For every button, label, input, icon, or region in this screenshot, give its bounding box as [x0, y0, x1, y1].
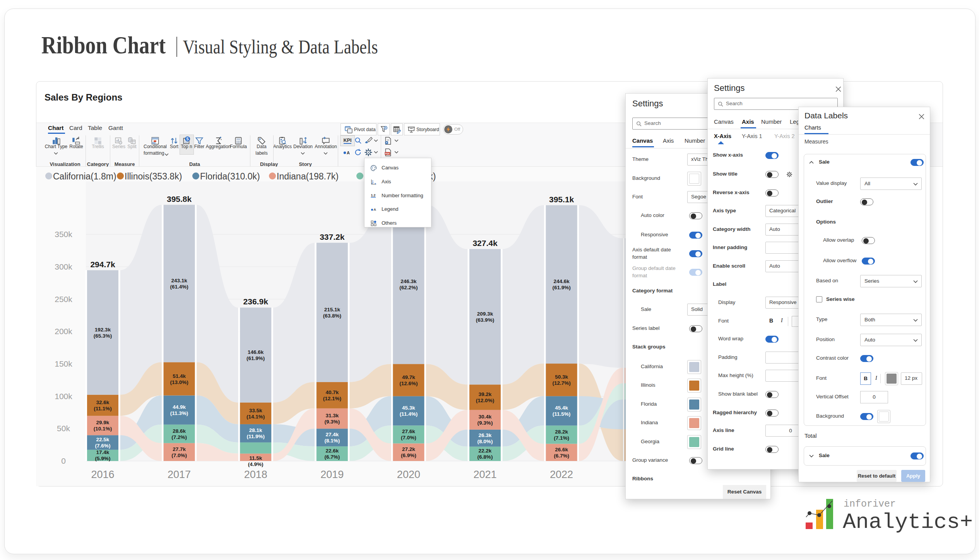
svg-text:337.2k: 337.2k: [320, 232, 345, 241]
svg-text:327.4k: 327.4k: [472, 239, 498, 248]
svg-text:A: A: [347, 150, 350, 155]
svg-text:192.3k: 192.3k: [95, 327, 111, 333]
svg-text:(13.0%): (13.0%): [170, 379, 188, 385]
svg-text:(14.1%): (14.1%): [246, 414, 265, 420]
svg-text:A: A: [374, 208, 377, 212]
svg-text:PDF: PDF: [385, 152, 390, 155]
svg-text:5: 5: [187, 137, 189, 141]
svg-text:(9.3%): (9.3%): [478, 420, 493, 426]
svg-text:(4.9%): (4.9%): [248, 461, 264, 467]
svg-text:50k: 50k: [57, 424, 70, 433]
svg-text:inforiver: inforiver: [844, 499, 896, 510]
svg-text:(6.7%): (6.7%): [324, 454, 340, 460]
svg-text:(5.9%): (5.9%): [95, 456, 111, 461]
svg-text:(8.0%): (8.0%): [478, 439, 493, 444]
svg-text:(12.1%): (12.1%): [323, 396, 341, 401]
svg-text:(7.0%): (7.0%): [401, 435, 416, 440]
svg-text:(6.9%): (6.9%): [401, 452, 416, 458]
svg-text:(11.5%): (11.5%): [553, 411, 571, 417]
svg-text:27.4k: 27.4k: [325, 432, 339, 437]
svg-text:(11.9%): (11.9%): [246, 434, 265, 439]
svg-text:395.8k: 395.8k: [167, 195, 192, 203]
svg-text:250k: 250k: [55, 295, 72, 304]
svg-text:2017: 2017: [168, 469, 191, 480]
svg-text:294.7k: 294.7k: [90, 260, 115, 269]
svg-text:243.1k: 243.1k: [171, 278, 187, 283]
svg-text:28.6k: 28.6k: [173, 428, 186, 434]
svg-text:395.1k: 395.1k: [549, 195, 574, 204]
svg-text:(10.1%): (10.1%): [94, 426, 112, 432]
svg-text:26.3k: 26.3k: [479, 432, 492, 438]
svg-text:2022: 2022: [550, 469, 573, 480]
svg-text:49.7k: 49.7k: [402, 374, 415, 380]
svg-text:0: 0: [61, 456, 66, 465]
svg-text:(12.6%): (12.6%): [399, 381, 418, 386]
svg-text:(11.1%): (11.1%): [94, 406, 112, 411]
svg-text:(62.2%): (62.2%): [399, 285, 418, 290]
svg-text:11.5k: 11.5k: [249, 455, 262, 461]
svg-text:(65.3%): (65.3%): [94, 333, 112, 339]
svg-text:215.1k: 215.1k: [324, 307, 341, 312]
svg-text:(6.7%): (6.7%): [554, 453, 569, 459]
svg-text:(61.9%): (61.9%): [552, 285, 570, 290]
svg-text:(12.0%): (12.0%): [476, 398, 494, 403]
svg-text:(12.7%): (12.7%): [552, 380, 570, 386]
svg-text:27.7k: 27.7k: [173, 446, 186, 452]
svg-text:32.6k: 32.6k: [96, 400, 110, 405]
svg-text:246.3k: 246.3k: [400, 278, 417, 284]
svg-text:33.5k: 33.5k: [249, 408, 262, 413]
svg-text:40.7k: 40.7k: [325, 389, 339, 395]
svg-text:146.6k: 146.6k: [248, 349, 264, 355]
svg-text:31.3k: 31.3k: [325, 413, 339, 418]
svg-text:1.2: 1.2: [371, 193, 375, 197]
svg-text:(7.1%): (7.1%): [554, 435, 569, 441]
svg-text:(63.9%): (63.9%): [476, 317, 494, 323]
svg-text:Analytics+: Analytics+: [843, 510, 973, 534]
svg-text:350k: 350k: [55, 230, 72, 239]
svg-text:(11.3%): (11.3%): [170, 410, 188, 416]
svg-text:22.6k: 22.6k: [325, 448, 339, 454]
svg-text:(6.8%): (6.8%): [478, 454, 493, 460]
svg-text:2021: 2021: [473, 469, 496, 480]
svg-text:(8.1%): (8.1%): [324, 438, 340, 444]
svg-text:(61.9%): (61.9%): [246, 355, 265, 361]
svg-text:244.6k: 244.6k: [553, 278, 570, 284]
svg-text:39.2k: 39.2k: [479, 391, 492, 397]
svg-text:(63.8%): (63.8%): [323, 313, 341, 319]
svg-text:44.9k: 44.9k: [173, 404, 186, 410]
svg-text:50.3k: 50.3k: [555, 374, 568, 380]
svg-text:(7.2%): (7.2%): [171, 434, 187, 440]
svg-text:(7.0%): (7.0%): [171, 452, 187, 458]
svg-text:45.3k: 45.3k: [402, 405, 415, 411]
svg-text:(9.3%): (9.3%): [324, 419, 340, 425]
svg-text:x: x: [372, 179, 374, 182]
svg-text:200k: 200k: [55, 327, 72, 336]
svg-text:22.5k: 22.5k: [96, 437, 110, 442]
svg-text:2019: 2019: [320, 469, 344, 480]
svg-text:45.4k: 45.4k: [555, 405, 568, 411]
svg-text:30.4k: 30.4k: [479, 414, 492, 420]
svg-text:236.9k: 236.9k: [243, 297, 269, 306]
svg-text:17.4k: 17.4k: [96, 449, 110, 455]
svg-text:27.2k: 27.2k: [402, 446, 415, 452]
svg-text:(11.4%): (11.4%): [400, 411, 418, 417]
svg-text:51.4k: 51.4k: [173, 373, 186, 379]
svg-text:100k: 100k: [55, 392, 72, 401]
svg-text:209.3k: 209.3k: [477, 311, 493, 317]
svg-text:29.9k: 29.9k: [96, 420, 110, 425]
svg-text:300k: 300k: [55, 262, 72, 271]
svg-text:28.2k: 28.2k: [555, 429, 568, 435]
svg-text:(61.4%): (61.4%): [170, 284, 188, 290]
svg-text:150k: 150k: [55, 359, 72, 368]
svg-text:26.6k: 26.6k: [555, 447, 568, 452]
svg-text:2016: 2016: [91, 469, 114, 480]
svg-text:2020: 2020: [397, 469, 420, 480]
svg-text:2018: 2018: [244, 469, 267, 480]
svg-text:22.2k: 22.2k: [479, 448, 492, 454]
svg-text:27.6k: 27.6k: [402, 429, 415, 434]
svg-text:28.1k: 28.1k: [249, 427, 262, 433]
svg-text:(7.6%): (7.6%): [95, 443, 111, 449]
